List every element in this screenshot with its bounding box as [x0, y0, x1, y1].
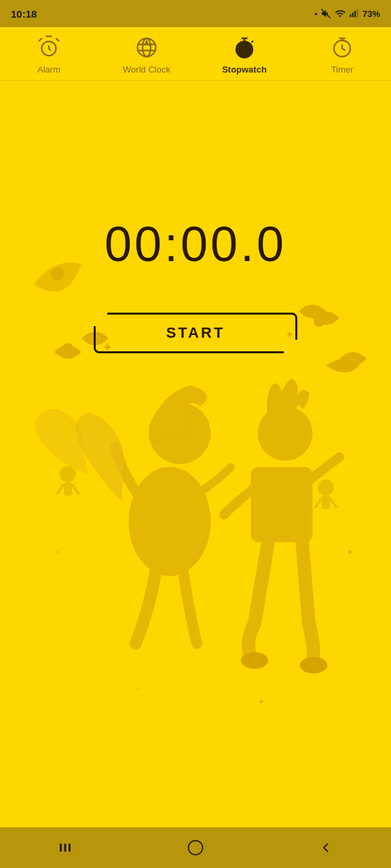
start-button-container: START	[94, 313, 297, 353]
signal-icon	[349, 8, 360, 19]
svg-point-21	[300, 657, 327, 673]
svg-rect-39	[60, 844, 62, 852]
anime-background: ✦ ✦ ✧ ✦ ✧ ✦	[0, 81, 391, 827]
svg-rect-3	[354, 11, 356, 17]
svg-text:✧: ✧	[54, 548, 61, 557]
stopwatch-tab-label: Stopwatch	[222, 64, 267, 75]
svg-text:✦: ✦	[258, 697, 265, 707]
tab-world-clock[interactable]: World Clock	[98, 34, 196, 75]
back-button[interactable]	[305, 834, 346, 861]
svg-rect-40	[64, 844, 67, 852]
svg-point-25	[60, 466, 76, 482]
main-content: ✦ ✦ ✧ ✦ ✧ ✦ 00:00.0 START	[0, 81, 391, 827]
home-button[interactable]	[175, 834, 216, 861]
notification-dot-icon: ●	[314, 11, 318, 17]
timer-tab-label: Timer	[331, 64, 354, 75]
nav-bar	[0, 827, 391, 868]
status-icons: ● 73%	[314, 8, 380, 19]
world-clock-tab-icon	[133, 34, 160, 61]
alarm-tab-label: Alarm	[37, 64, 60, 75]
svg-point-23	[314, 316, 324, 327]
status-bar: 10:18 ● 73%	[0, 0, 391, 27]
svg-text:✦: ✦	[346, 547, 354, 557]
wifi-icon	[334, 8, 346, 19]
svg-rect-30	[322, 496, 330, 509]
stopwatch-display: 00:00.0	[105, 216, 286, 272]
svg-line-32	[330, 498, 337, 508]
stopwatch-tab-icon	[231, 34, 258, 61]
svg-point-16	[129, 467, 210, 576]
tab-bar: Alarm World Clock	[0, 27, 391, 81]
svg-line-27	[57, 484, 64, 494]
status-time: 10:18	[11, 8, 37, 20]
svg-line-31	[315, 498, 322, 508]
tab-timer[interactable]: Timer	[293, 34, 391, 75]
alarm-tab-icon	[35, 34, 62, 61]
svg-text:✧: ✧	[136, 685, 141, 692]
svg-rect-1	[350, 14, 351, 17]
svg-rect-2	[352, 13, 354, 18]
svg-line-28	[72, 484, 79, 494]
svg-rect-4	[356, 9, 358, 17]
svg-line-12	[149, 45, 150, 46]
svg-rect-26	[64, 482, 72, 496]
timer-tab-icon	[329, 34, 356, 61]
world-clock-tab-label: World Clock	[123, 64, 170, 75]
svg-point-24	[51, 267, 64, 281]
svg-point-22	[62, 343, 73, 354]
svg-point-14	[244, 49, 246, 51]
svg-rect-41	[69, 844, 71, 852]
svg-point-42	[189, 841, 203, 855]
svg-point-20	[241, 652, 268, 669]
recent-apps-button[interactable]	[45, 834, 86, 861]
svg-rect-18	[251, 467, 312, 542]
tab-stopwatch[interactable]: Stopwatch	[196, 34, 293, 75]
mute-icon	[320, 8, 331, 19]
svg-point-29	[318, 479, 334, 496]
battery-text: 73%	[362, 9, 380, 19]
start-button[interactable]: START	[94, 313, 297, 353]
tab-alarm[interactable]: Alarm	[0, 34, 98, 75]
